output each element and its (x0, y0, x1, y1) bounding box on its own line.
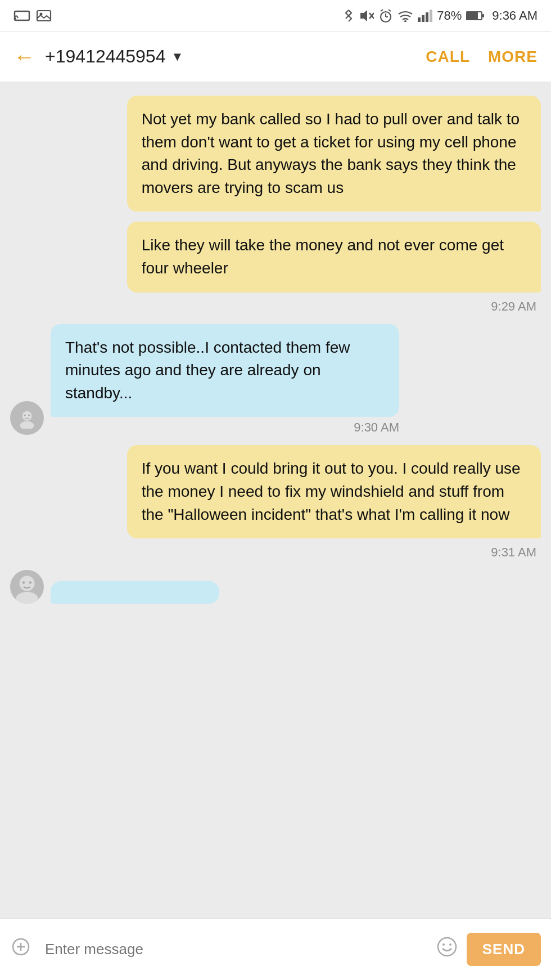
send-button[interactable]: SEND (467, 933, 541, 966)
signal-icon (418, 10, 432, 22)
message-sent-1: Not yet my bank called so I had to pull … (10, 96, 541, 212)
wifi-icon (398, 10, 413, 22)
chevron-down-icon[interactable]: ▼ (171, 50, 183, 64)
message-list: Not yet my bank called so I had to pull … (0, 82, 551, 918)
attach-button[interactable] (10, 936, 31, 963)
svg-point-22 (24, 415, 26, 416)
message-time: 9:29 AM (491, 299, 536, 314)
message-group-sent-2: If you want I could bring it out to you.… (10, 445, 541, 560)
battery-icon (466, 11, 484, 21)
message-bubble: Not yet my bank called so I had to pull … (127, 96, 541, 212)
svg-rect-18 (467, 12, 478, 19)
svg-line-11 (389, 10, 391, 11)
svg-point-26 (22, 581, 25, 584)
svg-point-21 (20, 421, 34, 429)
status-time: 9:36 AM (492, 8, 538, 23)
svg-point-32 (449, 943, 451, 946)
message-bubble: If you want I could bring it out to you.… (127, 445, 541, 538)
message-received-partial (10, 570, 541, 604)
input-area: SEND (0, 918, 551, 980)
phone-number: +19412445954 ▼ (45, 46, 426, 67)
toolbar-actions: CALL MORE (426, 48, 538, 66)
svg-point-31 (442, 943, 445, 946)
status-icons-left (13, 9, 52, 23)
status-bar: 78% 9:36 AM (0, 0, 551, 32)
image-icon (36, 9, 52, 23)
back-button[interactable]: ← (13, 46, 35, 68)
mute-icon (358, 8, 374, 23)
bluetooth-icon (344, 8, 354, 24)
message-recv-content: That's not possible..I contacted them fe… (51, 324, 399, 435)
svg-point-24 (20, 576, 35, 591)
svg-point-23 (28, 415, 30, 416)
svg-point-27 (29, 581, 32, 584)
message-time: 9:30 AM (53, 420, 399, 435)
emoji-button[interactable] (436, 936, 458, 963)
svg-point-30 (438, 938, 456, 956)
message-group-sent: Like they will take the money and not ev… (10, 222, 541, 313)
svg-rect-15 (426, 12, 428, 22)
battery-percent: 78% (437, 8, 462, 23)
toolbar: ← +19412445954 ▼ CALL MORE (0, 32, 551, 82)
message-time: 9:31 AM (491, 545, 536, 560)
svg-point-20 (22, 411, 31, 421)
status-icons-right: 78% 9:36 AM (344, 8, 538, 24)
message-bubble: Like they will take the money and not ev… (127, 222, 541, 292)
svg-rect-13 (418, 17, 421, 22)
phone-number-text: +19412445954 (45, 46, 165, 67)
svg-line-10 (381, 10, 383, 11)
svg-point-12 (404, 20, 407, 22)
alarm-icon (378, 8, 393, 24)
avatar (10, 570, 44, 604)
message-bubble: That's not possible..I contacted them fe… (51, 324, 399, 417)
message-input[interactable] (40, 931, 427, 968)
svg-rect-19 (482, 14, 484, 17)
svg-point-1 (14, 17, 16, 20)
message-received-1: That's not possible..I contacted them fe… (10, 324, 541, 435)
cast-icon (13, 9, 30, 23)
svg-rect-16 (430, 10, 432, 22)
avatar (10, 401, 44, 435)
svg-point-25 (16, 592, 38, 604)
svg-marker-4 (360, 10, 367, 21)
svg-rect-14 (422, 15, 424, 22)
call-button[interactable]: CALL (426, 48, 470, 66)
message-bubble-partial (51, 581, 219, 604)
more-button[interactable]: MORE (488, 48, 538, 66)
